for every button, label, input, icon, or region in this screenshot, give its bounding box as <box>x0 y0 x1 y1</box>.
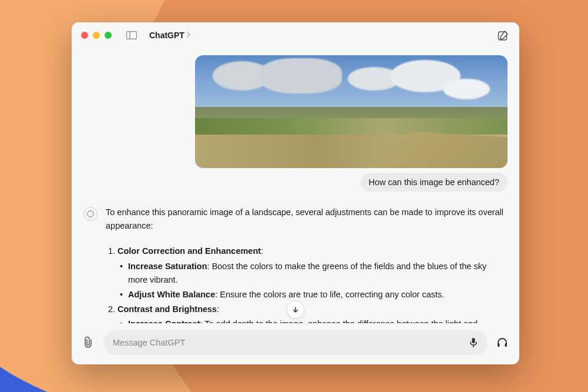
assistant-avatar <box>83 207 98 221</box>
attach-button[interactable] <box>81 335 96 350</box>
assistant-content: To enhance this panoramic image of a lan… <box>106 206 508 323</box>
compose-button[interactable] <box>496 28 510 42</box>
input-bar <box>72 323 519 364</box>
headphone-icon <box>496 337 508 349</box>
message-input[interactable] <box>113 338 466 347</box>
sidebar-icon <box>126 31 137 39</box>
paperclip-icon <box>83 336 95 349</box>
input-wrapper <box>103 330 488 355</box>
list-subitem: Increase Saturation: Boost the colors to… <box>128 260 508 287</box>
close-window-button[interactable] <box>81 32 88 39</box>
list-item: Color Correction and Enhancement: Increa… <box>117 244 508 301</box>
arrow-down-icon <box>292 306 299 313</box>
openai-icon <box>86 210 95 218</box>
user-message-text: How can this image be enhanced? <box>361 173 508 192</box>
mic-button[interactable] <box>466 336 481 350</box>
svg-rect-6 <box>505 343 508 347</box>
list-item-title: Contrast and Brightness <box>117 304 217 314</box>
chevron-right-icon <box>187 31 191 39</box>
window-title[interactable]: ChatGPT <box>149 31 191 40</box>
svg-rect-3 <box>472 338 475 343</box>
voice-mode-button[interactable] <box>495 335 510 350</box>
app-window: ChatGPT <box>72 22 519 364</box>
compose-icon <box>498 30 509 41</box>
title-text: ChatGPT <box>149 31 184 40</box>
list-item: Contrast and Brightness: Increase Contra… <box>117 303 508 323</box>
assistant-intro: To enhance this panoramic image of a lan… <box>106 206 508 233</box>
user-message: How can this image be enhanced? <box>83 55 508 192</box>
scroll-down-button[interactable] <box>287 301 304 319</box>
chat-area: How can this image be enhanced? To enhan… <box>72 48 519 323</box>
sidebar-toggle-button[interactable] <box>123 29 140 42</box>
titlebar: ChatGPT <box>72 22 519 48</box>
landscape-image <box>195 55 508 168</box>
maximize-window-button[interactable] <box>105 32 112 39</box>
window-controls <box>81 32 112 39</box>
minimize-window-button[interactable] <box>93 32 100 39</box>
list-subitem: Adjust White Balance: Ensure the colors … <box>128 288 508 301</box>
list-item-title: Color Correction and Enhancement <box>117 246 261 256</box>
mic-icon <box>469 337 478 348</box>
image-attachment[interactable] <box>195 55 508 168</box>
list-subitem: Increase Contrast: To add depth to the i… <box>128 317 508 323</box>
svg-rect-5 <box>498 343 500 347</box>
svg-rect-0 <box>127 32 137 39</box>
